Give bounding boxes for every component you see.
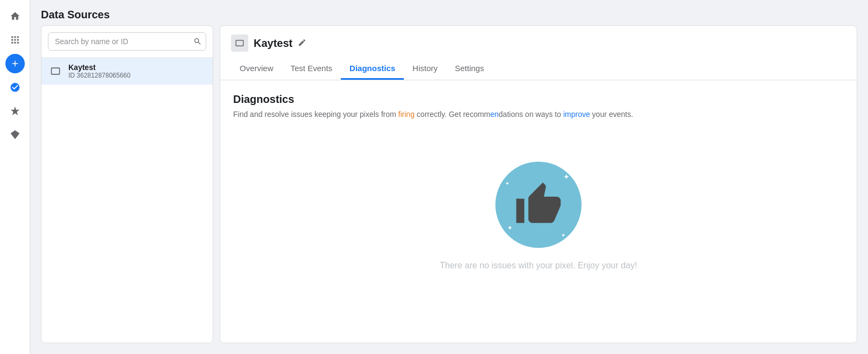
source-info: Kaytest ID 362812878065660 [68,63,206,79]
search-wrapper [48,32,206,51]
empty-state-text: There are no issues with your pixel. Enj… [440,261,637,270]
search-button[interactable] [193,37,202,46]
detail-header: Kaytest Overview Test Events Diagnostics… [220,26,857,80]
events-manager-icon[interactable] [5,78,25,97]
tab-history[interactable]: History [404,58,446,80]
detail-body: Diagnostics Find and resolve issues keep… [220,80,857,343]
source-list-item[interactable]: Kaytest ID 362812878065660 [41,58,213,85]
content-layout: Kaytest ID 362812878065660 Kaytest [30,25,868,354]
search-input[interactable] [48,32,206,51]
diamond-icon[interactable] [5,125,25,144]
tabs: Overview Test Events Diagnostics History… [231,58,846,80]
sidebar-panel: Kaytest ID 362812878065660 [41,25,213,343]
sparkle-1: ✦ [563,172,570,181]
detail-source-name: Kaytest [254,37,292,50]
star-icon[interactable] [5,101,25,121]
tab-overview[interactable]: Overview [231,58,282,80]
add-icon[interactable] [5,54,25,73]
sparkle-4: ✦ [561,232,565,238]
page-header: Data Sources [30,0,868,25]
source-name: Kaytest [68,63,206,72]
diagnostics-title: Diagnostics [233,93,844,106]
tab-diagnostics[interactable]: Diagnostics [341,58,404,80]
source-id: ID 362812878065660 [68,72,206,79]
detail-source-icon [231,34,248,52]
detail-panel: Kaytest Overview Test Events Diagnostics… [220,25,857,343]
tab-test-events[interactable]: Test Events [282,58,341,80]
sparkle-2: ✦ [505,181,509,186]
main-content: Data Sources Kaytest ID 362812878065660 [30,0,868,354]
search-container [41,26,213,58]
left-nav [0,0,30,354]
tab-settings[interactable]: Settings [446,58,493,80]
diagnostics-subtitle: Find and resolve issues keeping your pix… [233,110,844,119]
page-title: Data Sources [41,9,110,20]
grid-icon[interactable] [5,30,25,50]
thumbs-up-illustration: ✦ ✦ ✦ ✦ [495,162,582,248]
empty-state: ✦ ✦ ✦ ✦ There are no issues with your pi… [233,140,844,292]
edit-icon[interactable] [298,38,306,48]
thumbs-up-icon [514,181,563,229]
home-icon[interactable] [5,6,25,26]
detail-title-row: Kaytest [231,34,846,52]
source-item-icon [48,64,63,79]
sparkle-3: ✦ [507,224,513,232]
